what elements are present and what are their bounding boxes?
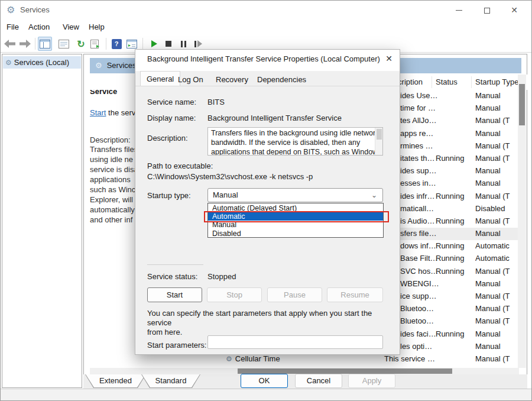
- forward-arrow-icon: [20, 40, 31, 48]
- column-header-status[interactable]: Status: [436, 77, 458, 86]
- tab-dependencies[interactable]: Dependencies: [251, 73, 312, 86]
- startup-type-combobox[interactable]: Manual ⌄: [207, 188, 383, 202]
- option-disabled[interactable]: Disabled: [208, 229, 383, 238]
- table-row[interactable]: Base Filt…RunningAutomatic: [384, 253, 519, 265]
- path-label: Path to executable:: [147, 161, 213, 170]
- maximize-button[interactable]: [473, 1, 501, 20]
- column-header-startup-type[interactable]: Startup Type: [475, 77, 518, 86]
- ok-button[interactable]: OK: [241, 374, 288, 388]
- option-automatic[interactable]: Automatic: [208, 212, 383, 221]
- cancel-button[interactable]: Cancel: [295, 374, 342, 388]
- table-row[interactable]: ice supp…Manual (T: [384, 290, 519, 303]
- apply-button[interactable]: Apply: [348, 374, 395, 388]
- title-bar: ⚙ Services ✕: [1, 1, 531, 20]
- description-box[interactable]: Transfers files in the background using …: [207, 127, 383, 156]
- dialog-close-icon[interactable]: ✕: [385, 54, 392, 63]
- table-row[interactable]: Bluetoo…Manual (T: [384, 303, 519, 315]
- minimize-button[interactable]: [445, 1, 472, 20]
- horizontal-scrollbar-thumb[interactable]: [238, 368, 452, 374]
- table-row[interactable]: Bluetoo…Manual (T: [384, 315, 519, 328]
- stop-icon: [166, 41, 171, 47]
- close-button[interactable]: ✕: [501, 1, 528, 20]
- restart-icon: [194, 40, 202, 47]
- table-row[interactable]: rmines …Manual (T: [384, 140, 519, 153]
- vertical-scrollbar[interactable]: [518, 75, 526, 368]
- tree-item-label: Services (Local): [14, 58, 69, 67]
- start-parameters-note: You can specify the start parameters tha…: [147, 309, 388, 337]
- description-scrollbar[interactable]: [375, 128, 382, 155]
- table-row[interactable]: itates th…RunningManual (T: [384, 153, 519, 165]
- service-name-value: BITS: [207, 98, 225, 106]
- services-gear-icon: ⚙: [7, 4, 15, 15]
- description-line: Transfers files in the background using …: [211, 128, 381, 138]
- tree-item-services-local[interactable]: ⚙Services (Local): [3, 56, 81, 69]
- tab-recovery[interactable]: Recovery: [210, 73, 254, 86]
- tab-extended[interactable]: Extended: [85, 374, 146, 388]
- table-row[interactable]: ides infr…RunningManual (T: [384, 190, 519, 203]
- table-row[interactable]: apps re…Manual: [384, 128, 519, 140]
- table-row[interactable]: maticall…Disabled: [384, 203, 519, 215]
- properties-button[interactable]: [57, 37, 71, 51]
- console-tree-panel: ⚙Services (Local): [2, 54, 82, 388]
- menu-action[interactable]: Action: [28, 22, 50, 31]
- cellular-time-row-name[interactable]: ⚙Cellular Time: [226, 354, 280, 363]
- dialog-tab-strip: General Log On Recovery Dependencies: [135, 71, 400, 86]
- startup-type-label: Startup type:: [147, 191, 191, 200]
- table-row[interactable]: WBENGI…Manual: [384, 278, 519, 290]
- resume-button[interactable]: Resume: [327, 287, 383, 302]
- help-button[interactable]: ?: [109, 37, 124, 51]
- vertical-scrollbar-thumb[interactable]: [519, 84, 525, 125]
- play-icon: [151, 40, 157, 47]
- dialog-general-page: Service name: BITS Display name: Backgro…: [135, 86, 400, 355]
- forward-button[interactable]: [18, 37, 32, 51]
- dialog-title: Background Intelligent Transfer Service …: [147, 54, 380, 63]
- option-automatic-delayed-start[interactable]: Automatic (Delayed Start): [208, 204, 383, 213]
- table-row-cellular-time[interactable]: This service …Manual (T: [384, 353, 519, 366]
- service-status-label: Service status:: [147, 272, 197, 281]
- pane-header-title: Services: [107, 61, 137, 70]
- stop-button[interactable]: Stop: [207, 287, 262, 302]
- menu-help[interactable]: Help: [89, 22, 105, 31]
- table-row[interactable]: SVC hos…RunningManual (T: [384, 266, 519, 278]
- table-row[interactable]: time for …Manual: [384, 102, 519, 115]
- chevron-down-icon: ⌄: [371, 189, 377, 202]
- tab-standard[interactable]: Standard: [141, 374, 200, 388]
- tab-extended-label: Extended: [85, 374, 146, 388]
- properties-icon: [59, 40, 69, 48]
- pause-button[interactable]: Pause: [267, 287, 322, 302]
- back-arrow-icon: [4, 40, 15, 48]
- table-row[interactable]: tes AllJo…Manual (T: [384, 115, 519, 127]
- table-row-selected-bits[interactable]: sfers file…Manual: [384, 228, 519, 240]
- description-line: bandwidth. If the service is disabled, t…: [211, 138, 381, 147]
- start-button[interactable]: Start: [147, 287, 202, 302]
- service-gear-icon: ⚙: [226, 355, 232, 363]
- dialog-title-bar: Background Intelligent Transfer Service …: [135, 50, 400, 71]
- export-list-button[interactable]: [89, 37, 103, 51]
- start-parameters-input[interactable]: [207, 335, 383, 349]
- table-row[interactable]: ides Use…Manual: [384, 90, 519, 102]
- bits-properties-dialog: Background Intelligent Transfer Service …: [135, 49, 400, 355]
- startup-type-dropdown: Automatic (Delayed Start) Automatic Manu…: [207, 203, 384, 238]
- table-row[interactable]: dows inf…RunningAutomatic: [384, 240, 519, 253]
- startup-type-value: Manual: [213, 190, 238, 199]
- menu-file[interactable]: File: [7, 22, 19, 31]
- show-console-tree-button[interactable]: [38, 37, 52, 51]
- extended-view-icon: [126, 40, 137, 48]
- description-line: applications that depend on BITS, such a…: [211, 147, 381, 156]
- table-row[interactable]: ides faci…RunningManual: [384, 328, 519, 341]
- table-row[interactable]: les opti…Manual: [384, 341, 519, 353]
- menu-bar: File Action View Help: [1, 20, 531, 35]
- option-manual[interactable]: Manual: [208, 221, 383, 229]
- table-row[interactable]: is Audio…RunningManual (T: [384, 215, 519, 228]
- back-button[interactable]: [2, 37, 17, 51]
- table-row[interactable]: esses in…Manual: [384, 177, 519, 190]
- description-label: Description:: [147, 134, 188, 143]
- refresh-button[interactable]: ↻: [74, 37, 88, 51]
- start-service-link[interactable]: Start: [90, 108, 106, 117]
- table-row[interactable]: ides sup…Manual: [384, 165, 519, 177]
- menu-view[interactable]: View: [63, 22, 79, 31]
- service-name-label: Service name:: [147, 98, 196, 106]
- services-gear-icon: ⚙: [95, 61, 102, 70]
- separator: [147, 264, 203, 265]
- tab-log-on[interactable]: Log On: [172, 73, 209, 86]
